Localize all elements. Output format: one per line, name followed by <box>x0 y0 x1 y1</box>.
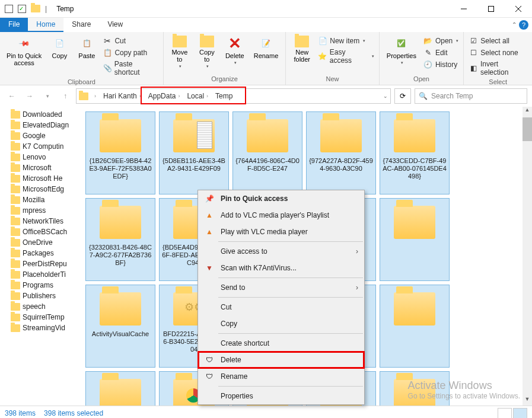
address-dropdown-icon[interactable]: ⌄ <box>383 93 388 99</box>
tree-label: Microsoft He <box>23 174 62 183</box>
ctx-delete[interactable]: 🛡Delete <box>198 352 364 368</box>
ctx-cut[interactable]: Cut <box>198 299 364 315</box>
tree-node[interactable]: Publishers <box>11 291 81 301</box>
forward-button[interactable]: → <box>23 89 37 103</box>
tree-node[interactable]: Programs <box>11 280 81 291</box>
ctx-vlc-add[interactable]: ▲Add to VLC media player's Playlist <box>198 207 364 224</box>
tree-node[interactable]: Microsoft <box>11 162 81 173</box>
new-item-button[interactable]: 📄New item <box>317 36 375 46</box>
tree-node[interactable]: mpress <box>11 205 81 216</box>
move-to-button[interactable]: Move to <box>167 33 192 71</box>
copyto-icon <box>200 36 214 47</box>
tree-node[interactable]: Downloaded <box>11 109 81 120</box>
minimize-button[interactable] <box>450 0 477 18</box>
tree-node[interactable]: MicrosoftEdg <box>11 184 81 194</box>
select-all-button[interactable]: ☑Select all <box>467 36 528 46</box>
file-item[interactable] <box>85 371 155 406</box>
edit-button[interactable]: ✎Edit <box>422 47 460 58</box>
file-item[interactable]: ActivityVisualCache <box>85 285 155 368</box>
file-item[interactable] <box>380 198 450 281</box>
ctx-rename[interactable]: 🛡Rename <box>198 368 364 385</box>
paste-button[interactable]: 📋 Paste <box>74 33 99 62</box>
crumb-sep0[interactable]: › <box>91 93 100 99</box>
delete-button[interactable]: ✕Delete <box>222 33 248 68</box>
view-icons-button[interactable] <box>513 408 527 419</box>
tab-file[interactable]: File <box>0 18 28 32</box>
file-item[interactable]: {5D8EB116-AEE3-4BA2-9431-E429F09 <box>159 111 229 194</box>
file-item[interactable] <box>380 285 450 368</box>
tab-view[interactable]: View <box>99 18 131 32</box>
qat-checkbox-1[interactable] <box>5 5 13 13</box>
ctx-k7-scan[interactable]: ▼Scan with K7AntiVirus... <box>198 260 364 276</box>
properties-button[interactable]: ✅Properties <box>383 33 420 68</box>
cut-button[interactable]: ✂Cut <box>101 36 159 46</box>
close-button[interactable] <box>505 0 532 18</box>
tree-node[interactable]: OneDrive <box>11 237 81 248</box>
scrollbar[interactable]: ▲ ▼ <box>523 107 532 406</box>
paste-shortcut-button[interactable]: 📎Paste shortcut <box>101 59 159 77</box>
help-icon[interactable]: ? <box>519 20 528 30</box>
invert-selection-button[interactable]: ◧Invert selection <box>467 59 528 77</box>
file-item[interactable]: {32320831-B426-48C7-A9C2-677FA2B736BF} <box>85 198 155 281</box>
tree-node[interactable]: Google <box>11 130 81 141</box>
folder-icon <box>11 250 20 257</box>
ctx-properties[interactable]: Properties <box>198 388 364 404</box>
up-button[interactable]: ↑ <box>58 89 72 103</box>
ctx-create-shortcut[interactable]: Create shortcut <box>198 335 364 352</box>
maximize-button[interactable] <box>477 0 505 18</box>
pin-to-quick-access-button[interactable]: 📌 Pin to Quick access <box>4 33 44 69</box>
scroll-thumb[interactable] <box>523 117 532 141</box>
ctx-send-to[interactable]: Send to› <box>198 279 364 296</box>
nav-tree[interactable]: DownloadedElevatedDiagnGoogleK7 Computin… <box>0 107 81 406</box>
back-button[interactable]: ← <box>5 89 19 103</box>
breadcrumb-0[interactable]: Hari Kanth› <box>100 92 145 100</box>
new-folder-button[interactable]: New folder <box>289 33 314 65</box>
qat-checkbox-2[interactable] <box>18 5 26 13</box>
tree-node[interactable]: Lenovo <box>11 152 81 162</box>
breadcrumb-1[interactable]: AppData› <box>145 92 184 100</box>
folder-icon <box>11 292 20 300</box>
ctx-copy[interactable]: Copy <box>198 315 364 332</box>
tree-node[interactable]: NetworkTiles <box>11 216 81 226</box>
refresh-button[interactable]: ⟳ <box>394 88 411 104</box>
tab-home[interactable]: Home <box>28 18 63 32</box>
ribbon-expand-icon[interactable]: ⌃ <box>512 21 517 28</box>
tree-node[interactable]: OfficeBSCach <box>11 226 81 237</box>
tab-share[interactable]: Share <box>63 18 99 32</box>
breadcrumb-2[interactable]: Local› <box>183 92 212 100</box>
copy-to-button[interactable]: Copy to <box>195 33 219 71</box>
scroll-down-icon[interactable]: ▼ <box>523 396 532 406</box>
select-none-button[interactable]: ☐Select none <box>467 47 528 58</box>
rename-button[interactable]: 📝Rename <box>250 33 282 62</box>
file-item[interactable]: {7433CEDD-C7BF-49AC-AB00-076145DE4498} <box>380 111 450 194</box>
search-input[interactable]: 🔍 Search Temp <box>415 88 527 104</box>
view-details-button[interactable] <box>498 408 512 419</box>
file-item[interactable]: {1B26C9EE-9BB4-42E3-9AEF-72F5383A0EDF} <box>85 111 155 194</box>
tree-node[interactable]: Packages <box>11 248 81 259</box>
tree-node[interactable]: ElevatedDiagn <box>11 120 81 130</box>
tree-node[interactable]: Mozilla <box>11 194 81 205</box>
tree-node[interactable]: Microsoft He <box>11 173 81 184</box>
tree-node[interactable]: StreamingVid <box>11 323 81 333</box>
tree-node[interactable]: speech <box>11 301 81 312</box>
tree-node[interactable]: SquirrelTemp <box>11 312 81 323</box>
copy-path-button[interactable]: 📋Copy path <box>101 47 159 58</box>
easy-access-button[interactable]: ⭐Easy access <box>317 47 375 65</box>
tree-node[interactable]: PeerDistRepu <box>11 259 81 269</box>
ctx-vlc-play[interactable]: ▲Play with VLC media player <box>198 224 364 240</box>
scroll-up-icon[interactable]: ▲ <box>523 107 532 116</box>
ctx-give-access[interactable]: Give access to› <box>198 243 364 260</box>
file-item[interactable]: {972A227A-8D2F-4594-9630-A3C90 <box>306 111 376 194</box>
breadcrumb-3[interactable]: Temp <box>212 92 236 100</box>
tree-node[interactable]: PlaceholderTi <box>11 269 81 280</box>
recent-button[interactable]: ▾ <box>40 89 55 103</box>
tree-node[interactable]: K7 Computin <box>11 141 81 152</box>
pasteshort-icon: 📎 <box>103 63 112 73</box>
history-button[interactable]: 🕘History <box>422 59 460 70</box>
file-item[interactable]: {764A4196-806C-4D0F-8D5C-E247 <box>232 111 302 194</box>
copy-button[interactable]: 📄 Copy <box>47 33 72 62</box>
address-box[interactable]: › Hari Kanth› AppData› Local› Temp ⌄ <box>76 88 391 104</box>
pin-icon: 📌 <box>13 33 35 55</box>
ctx-pin[interactable]: 📌Pin to Quick access <box>198 190 364 207</box>
open-button[interactable]: 📂Open <box>422 36 460 46</box>
